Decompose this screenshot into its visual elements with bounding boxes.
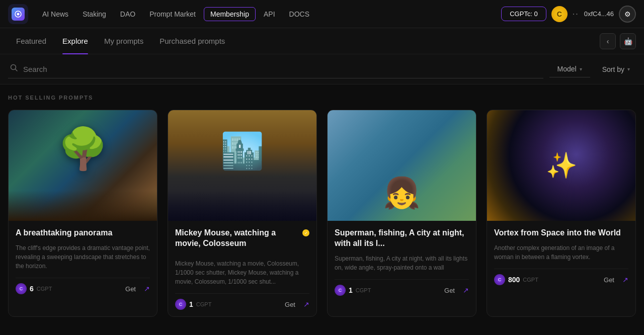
card-actions: Get ↗ (121, 283, 150, 295)
card-body: Mickey Mouse, watching a movie, Colosseu… (168, 221, 316, 316)
card-actions: Get ↗ (440, 285, 469, 296)
card-price-token: CGPT (356, 287, 371, 293)
card-title-row: Mickey Mouse, watching a movie, Colosseu… (175, 228, 309, 254)
card-footer: C 1 CGPT Get ↗ (175, 293, 309, 310)
card-price: 1 (189, 300, 193, 308)
bot-icon: 🤖 (624, 37, 632, 45)
nav-links: AI News Staking DAO Prompt Market Member… (36, 7, 497, 21)
external-link-icon[interactable]: ↗ (144, 285, 150, 293)
card-body: A breathtaking panorama The cliff's edge… (9, 221, 157, 301)
search-icon (10, 64, 18, 74)
card-price: 800 (508, 276, 520, 284)
sort-chevron-icon: ▾ (627, 66, 630, 72)
cgpt-token-icon: C (335, 285, 346, 296)
tabs-right-actions: ‹ 🤖 (600, 33, 636, 49)
logo-icon (12, 8, 25, 21)
card-price: 6 (30, 285, 34, 293)
cgptc-balance: CGPTc: 0 (501, 7, 546, 21)
wallet-dots: ·· (573, 10, 579, 19)
card-body: Vortex from Space into the World Another… (487, 221, 635, 292)
search-input[interactable] (23, 65, 541, 73)
card-description: Superman, fishing, A city at night, with… (335, 254, 469, 272)
tab-explore[interactable]: Explore (54, 28, 96, 54)
nav-api[interactable]: API (258, 7, 281, 21)
card-image (328, 110, 476, 221)
card-title: Mickey Mouse, watching a movie, Colosseu… (175, 228, 299, 249)
get-button[interactable]: Get (600, 274, 618, 286)
section-label: HOT SELLING PROMPTS (8, 95, 636, 101)
get-button[interactable]: Get (121, 283, 140, 295)
nav-dao[interactable]: DAO (114, 7, 141, 21)
cgpt-token-icon: C (494, 274, 505, 285)
card-title: A breathtaking panorama (16, 228, 150, 238)
tab-purchased-prompts[interactable]: Purchased prompts (151, 28, 233, 54)
chevron-left-icon: ‹ (607, 37, 609, 45)
nav-membership[interactable]: Membership (204, 7, 256, 21)
card-image (9, 110, 157, 221)
search-input-wrap (8, 60, 543, 78)
cgpt-token-icon: C (16, 283, 27, 294)
sort-by-label: Sort by (602, 65, 624, 73)
svg-point-1 (17, 13, 20, 15)
tab-my-prompts[interactable]: My prompts (96, 28, 151, 54)
nav-prompt-market[interactable]: Prompt Market (143, 7, 202, 21)
external-link-icon[interactable]: ↗ (463, 286, 469, 294)
card-image (168, 110, 316, 221)
card-footer: C 6 CGPT Get ↗ (16, 278, 150, 295)
cards-grid: A breathtaking panorama The cliff's edge… (8, 110, 636, 317)
card-actions: Get ↗ (600, 274, 628, 286)
nav-staking[interactable]: Staking (76, 7, 112, 21)
search-filter-bar: Model ▾ Sort by ▾ (0, 54, 644, 85)
prompt-card[interactable]: Superman, fishing, A city at night, with… (327, 110, 476, 317)
model-chevron-icon: ▾ (580, 66, 582, 72)
model-dropdown[interactable]: Model ▾ (549, 61, 590, 77)
prompt-card[interactable]: A breathtaking panorama The cliff's edge… (8, 110, 157, 317)
tab-featured[interactable]: Featured (8, 28, 54, 54)
logo[interactable] (8, 4, 28, 24)
prompt-card[interactable]: Vortex from Space into the World Another… (487, 110, 636, 317)
card-price-token: CGPT (196, 301, 212, 307)
card-price-token: CGPT (523, 277, 538, 283)
nav-ai-news[interactable]: AI News (36, 7, 74, 21)
card-description: The cliff's edge provides a dramatic van… (16, 243, 150, 271)
card-price: 1 (349, 286, 353, 294)
nav-docs[interactable]: DOCS (283, 7, 315, 21)
card-title: Superman, fishing, A city at night, with… (335, 228, 469, 249)
back-navigation-button[interactable]: ‹ (600, 33, 616, 49)
card-description: Mickey Mouse, watching a movie, Colosseu… (175, 259, 309, 286)
sort-by-dropdown[interactable]: Sort by ▾ (596, 61, 636, 77)
wallet-address[interactable]: 0xfC4...46 (584, 10, 614, 18)
get-button[interactable]: Get (440, 285, 459, 296)
svg-line-3 (16, 69, 18, 71)
user-avatar-button[interactable]: ⚙ (619, 6, 636, 23)
card-price-token: CGPT (37, 286, 52, 292)
cgpt-token-icon: C (175, 299, 186, 310)
navbar: AI News Staking DAO Prompt Market Member… (0, 0, 644, 28)
verified-badge: ✓ (302, 229, 309, 236)
external-link-icon[interactable]: ↗ (622, 276, 628, 284)
prompt-card[interactable]: Mickey Mouse, watching a movie, Colosseu… (168, 110, 317, 317)
card-actions: Get ↗ (281, 299, 309, 310)
get-button[interactable]: Get (281, 299, 299, 310)
bot-icon-button[interactable]: 🤖 (620, 33, 636, 49)
tabs-bar: Featured Explore My prompts Purchased pr… (0, 28, 644, 54)
nav-right: CGPTc: 0 C ·· 0xfC4...46 ⚙ (501, 6, 636, 23)
card-description: Another complex generation of an image o… (494, 243, 628, 262)
card-body: Superman, fishing, A city at night, with… (328, 221, 476, 302)
token-icon: C (551, 6, 568, 22)
card-footer: C 800 CGPT Get ↗ (494, 269, 628, 286)
external-link-icon[interactable]: ↗ (303, 300, 309, 308)
card-title: Vortex from Space into the World (494, 228, 628, 238)
main-content: HOT SELLING PROMPTS A breathtaking panor… (0, 85, 644, 327)
settings-icon: ⚙ (624, 10, 631, 18)
card-image (487, 110, 635, 221)
model-label: Model (557, 65, 577, 73)
card-footer: C 1 CGPT Get ↗ (335, 279, 469, 296)
